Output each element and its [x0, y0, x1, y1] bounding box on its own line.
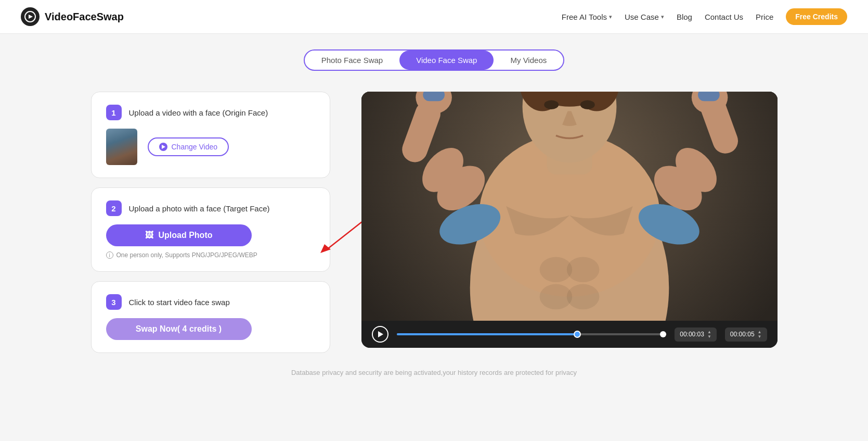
tab-my-videos[interactable]: My Videos	[494, 51, 563, 70]
logo-text: VideoFaceSwap	[45, 11, 124, 23]
video-frame	[361, 92, 778, 321]
step2-card: 2 Upload a photo with a face (Target Fac…	[91, 187, 330, 272]
step3-number: 3	[106, 294, 122, 310]
tab-container: Photo Face Swap Video Face Swap My Video…	[304, 49, 564, 71]
play-icon	[378, 331, 383, 337]
chevron-down-icon: ▾	[661, 14, 664, 20]
change-video-button[interactable]: Change Video	[148, 137, 229, 156]
svg-point-25	[566, 284, 599, 310]
upload-hint: i One person only, Supports PNG/JPG/JPEG…	[106, 251, 315, 259]
time-total-display[interactable]: 00:00:05 ▲ ▼	[725, 327, 767, 342]
video-thumbnail	[106, 129, 137, 165]
play-dot-icon	[159, 143, 167, 151]
header: VideoFaceSwap Free AI Tools ▾ Use Case ▾…	[0, 0, 868, 34]
arrow-down-icon-2: ▼	[758, 335, 762, 339]
step3-card: 3 Click to start video face swap Swap No…	[91, 281, 330, 353]
svg-rect-28	[423, 92, 445, 101]
svg-line-1	[326, 222, 362, 250]
svg-point-26	[544, 100, 559, 109]
progress-fill	[397, 333, 578, 335]
svg-rect-29	[697, 92, 719, 101]
footer-note: Database privacy and security are being …	[91, 369, 778, 376]
arrow-up-icon-2: ▲	[758, 330, 762, 334]
progress-bar-container	[397, 333, 667, 335]
svg-point-23	[566, 257, 599, 282]
swap-now-button[interactable]: Swap Now( 4 credits )	[106, 318, 252, 340]
step2-title: Upload a photo with a face (Target Face)	[129, 204, 270, 213]
step1-number: 1	[106, 105, 122, 120]
nav-blog[interactable]: Blog	[677, 12, 692, 21]
video-preview: 00:00:03 ▲ ▼ 00:00:05 ▲ ▼	[361, 92, 778, 348]
svg-marker-2	[320, 244, 331, 253]
logo[interactable]: VideoFaceSwap	[21, 7, 124, 26]
logo-icon	[21, 7, 40, 26]
nav-contact-us[interactable]: Contact Us	[705, 12, 743, 21]
video-controls: 00:00:03 ▲ ▼ 00:00:05 ▲ ▼	[361, 321, 778, 348]
step1-title: Upload a video with a face (Origin Face)	[129, 108, 268, 117]
nav-price[interactable]: Price	[756, 12, 773, 21]
arrow-up-icon: ▲	[707, 330, 711, 334]
progress-track[interactable]	[397, 333, 667, 335]
step3-header: 3 Click to start video face swap	[106, 294, 315, 310]
progress-thumb[interactable]	[574, 331, 581, 338]
nav-use-case[interactable]: Use Case ▾	[625, 12, 664, 21]
free-credits-button[interactable]: Free Credits	[786, 8, 847, 25]
content-area: 1 Upload a video with a face (Origin Fac…	[91, 92, 778, 353]
svg-point-27	[580, 100, 594, 109]
tab-bar: Photo Face Swap Video Face Swap My Video…	[91, 49, 778, 71]
main-content: Photo Face Swap Video Face Swap My Video…	[70, 34, 798, 397]
nav-free-ai-tools[interactable]: Free AI Tools ▾	[562, 12, 612, 21]
right-panel: 00:00:03 ▲ ▼ 00:00:05 ▲ ▼	[361, 92, 778, 348]
step2-body: 🖼 Upload Photo i One person only, Suppor…	[106, 224, 315, 259]
step1-header: 1 Upload a video with a face (Origin Fac…	[106, 105, 315, 120]
chevron-down-icon: ▾	[609, 14, 612, 20]
upload-photo-button[interactable]: 🖼 Upload Photo	[106, 224, 252, 246]
time-current-display[interactable]: 00:00:03 ▲ ▼	[675, 327, 717, 342]
progress-end	[660, 331, 666, 337]
tab-photo-face-swap[interactable]: Photo Face Swap	[305, 51, 399, 70]
step2-number: 2	[106, 200, 122, 216]
play-button[interactable]	[372, 326, 388, 343]
time-arrows: ▲ ▼	[707, 330, 711, 339]
navigation: Free AI Tools ▾ Use Case ▾ Blog Contact …	[562, 8, 847, 25]
step1-content: Change Video	[106, 129, 315, 165]
step1-card: 1 Upload a video with a face (Origin Fac…	[91, 92, 330, 178]
video-thumb-inner	[106, 129, 137, 165]
tab-video-face-swap[interactable]: Video Face Swap	[399, 51, 494, 70]
step3-title: Click to start video face swap	[129, 298, 230, 307]
step2-header: 2 Upload a photo with a face (Target Fac…	[106, 200, 315, 216]
arrow-down-icon: ▼	[707, 335, 711, 339]
left-panel: 1 Upload a video with a face (Origin Fac…	[91, 92, 330, 353]
upload-icon: 🖼	[145, 231, 153, 240]
info-icon: i	[106, 251, 113, 259]
time-arrows-2: ▲ ▼	[758, 330, 762, 339]
